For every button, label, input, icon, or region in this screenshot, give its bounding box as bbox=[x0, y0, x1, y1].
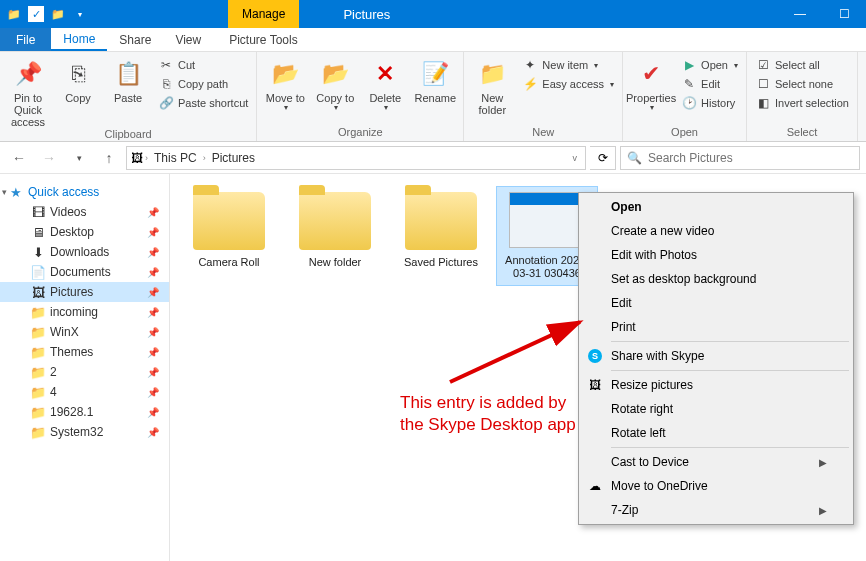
minimize-button[interactable]: — bbox=[778, 0, 822, 28]
select-all-icon: ☑ bbox=[755, 57, 771, 73]
share-tab[interactable]: Share bbox=[107, 28, 163, 51]
annotation-text: This entry is added by the Skype Desktop… bbox=[400, 392, 576, 436]
nav-item-desktop[interactable]: 🖥Desktop📌 bbox=[0, 222, 169, 242]
quick-access-header[interactable]: ▾ ★ Quick access bbox=[0, 182, 169, 202]
menu-item-rotate-left[interactable]: Rotate left bbox=[581, 421, 851, 445]
search-box[interactable]: 🔍 bbox=[620, 146, 860, 170]
folder-icon: 📁 bbox=[30, 404, 46, 420]
nav-item-themes[interactable]: 📁Themes📌 bbox=[0, 342, 169, 362]
file-tab[interactable]: File bbox=[0, 28, 51, 51]
nav-label: Documents bbox=[50, 265, 111, 279]
nav-item-incoming[interactable]: 📁incoming📌 bbox=[0, 302, 169, 322]
file-item[interactable]: Camera Roll bbox=[178, 186, 280, 286]
nav-item-system32[interactable]: 📁System32📌 bbox=[0, 422, 169, 442]
open-button[interactable]: ▶Open▾ bbox=[677, 56, 742, 74]
pin-icon: 📌 bbox=[147, 407, 159, 418]
nav-item-19628-1[interactable]: 📁19628.1📌 bbox=[0, 402, 169, 422]
nav-label: 4 bbox=[50, 385, 57, 399]
menu-item-move-to-onedrive[interactable]: ☁Move to OneDrive bbox=[581, 474, 851, 498]
folder-icon bbox=[193, 192, 265, 250]
pin-icon: 📌 bbox=[147, 247, 159, 258]
ribbon-group-select: ☑Select all ☐Select none ◧Invert selecti… bbox=[747, 52, 858, 141]
nav-label: WinX bbox=[50, 325, 79, 339]
edit-button[interactable]: ✎Edit bbox=[677, 75, 742, 93]
forward-button[interactable]: → bbox=[36, 145, 62, 171]
pin-quick-access-button[interactable]: 📌Pin to Quick access bbox=[4, 54, 52, 128]
menu-item-resize-pictures[interactable]: 🖼Resize pictures bbox=[581, 373, 851, 397]
copy-to-button[interactable]: 📂Copy to▾ bbox=[311, 54, 359, 113]
pin-icon: 📌 bbox=[147, 267, 159, 278]
cut-button[interactable]: ✂Cut bbox=[154, 56, 252, 74]
menu-label: Move to OneDrive bbox=[611, 479, 708, 493]
new-folder-icon: 📁 bbox=[476, 58, 508, 90]
refresh-button[interactable]: ⟳ bbox=[590, 146, 616, 170]
nav-item-videos[interactable]: 🎞Videos📌 bbox=[0, 202, 169, 222]
copy-path-button[interactable]: ⎘Copy path bbox=[154, 75, 252, 93]
nav-label: Pictures bbox=[50, 285, 93, 299]
nav-label: incoming bbox=[50, 305, 98, 319]
select-none-button[interactable]: ☐Select none bbox=[751, 75, 853, 93]
window-controls: — ☐ bbox=[778, 0, 866, 28]
new-item-button[interactable]: ✦New item▾ bbox=[518, 56, 618, 74]
select-all-button[interactable]: ☑Select all bbox=[751, 56, 853, 74]
search-input[interactable] bbox=[648, 151, 853, 165]
copy-button[interactable]: ⎘Copy bbox=[54, 54, 102, 104]
paste-button[interactable]: 📋Paste bbox=[104, 54, 152, 104]
back-button[interactable]: ← bbox=[6, 145, 32, 171]
menu-item-print[interactable]: Print bbox=[581, 315, 851, 339]
delete-button[interactable]: ✕Delete▾ bbox=[361, 54, 409, 113]
nav-item-pictures[interactable]: 🖼Pictures📌 bbox=[0, 282, 169, 302]
menu-item-open[interactable]: Open bbox=[581, 195, 851, 219]
search-icon: 🔍 bbox=[627, 151, 642, 165]
move-to-button[interactable]: 📂Move to▾ bbox=[261, 54, 309, 113]
view-tab[interactable]: View bbox=[163, 28, 213, 51]
navigation-pane: ▾ ★ Quick access 🎞Videos📌🖥Desktop📌⬇Downl… bbox=[0, 174, 170, 561]
nav-item-4[interactable]: 📁4📌 bbox=[0, 382, 169, 402]
qat-checkbox[interactable]: ✓ bbox=[28, 6, 44, 22]
menu-label: Share with Skype bbox=[611, 349, 704, 363]
invert-selection-button[interactable]: ◧Invert selection bbox=[751, 94, 853, 112]
menu-item-cast-to-device[interactable]: Cast to Device▶ bbox=[581, 450, 851, 474]
history-button[interactable]: 🕑History bbox=[677, 94, 742, 112]
menu-item-rotate-right[interactable]: Rotate right bbox=[581, 397, 851, 421]
menu-item-edit[interactable]: Edit bbox=[581, 291, 851, 315]
quick-access-toolbar: 📁 ✓ 📁 ▾ bbox=[0, 6, 88, 22]
address-dropdown-icon[interactable]: v bbox=[573, 153, 582, 163]
pin-icon: 📌 bbox=[147, 387, 159, 398]
paste-shortcut-button[interactable]: 🔗Paste shortcut bbox=[154, 94, 252, 112]
nav-label: System32 bbox=[50, 425, 103, 439]
recent-button[interactable]: ▾ bbox=[66, 145, 92, 171]
onedrive-icon: ☁ bbox=[587, 478, 603, 494]
picture-tools-tab[interactable]: Picture Tools bbox=[217, 28, 309, 51]
crumb-this-pc[interactable]: This PC bbox=[150, 151, 201, 165]
file-item[interactable]: New folder bbox=[284, 186, 386, 286]
qat-dropdown-icon[interactable]: ▾ bbox=[72, 6, 88, 22]
nav-item-winx[interactable]: 📁WinX📌 bbox=[0, 322, 169, 342]
home-tab[interactable]: Home bbox=[51, 28, 107, 51]
nav-item-downloads[interactable]: ⬇Downloads📌 bbox=[0, 242, 169, 262]
maximize-button[interactable]: ☐ bbox=[822, 0, 866, 28]
window-title: Pictures bbox=[343, 7, 390, 22]
rename-button[interactable]: 📝Rename bbox=[411, 54, 459, 104]
nav-item-documents[interactable]: 📄Documents📌 bbox=[0, 262, 169, 282]
menu-item-7-zip[interactable]: 7-Zip▶ bbox=[581, 498, 851, 522]
folder-icon: 📁 bbox=[30, 364, 46, 380]
up-button[interactable]: ↑ bbox=[96, 145, 122, 171]
menu-item-set-as-desktop-background[interactable]: Set as desktop background bbox=[581, 267, 851, 291]
breadcrumb[interactable]: 🖼 › This PC › Pictures v bbox=[126, 146, 586, 170]
file-item[interactable]: Saved Pictures bbox=[390, 186, 492, 286]
new-folder-button[interactable]: 📁New folder bbox=[468, 54, 516, 116]
nav-label: Videos bbox=[50, 205, 86, 219]
menu-label: Edit with Photos bbox=[611, 248, 697, 262]
menu-item-edit-with-photos[interactable]: Edit with Photos bbox=[581, 243, 851, 267]
rename-icon: 📝 bbox=[419, 58, 451, 90]
nav-item-2[interactable]: 📁2📌 bbox=[0, 362, 169, 382]
menu-item-create-a-new-video[interactable]: Create a new video bbox=[581, 219, 851, 243]
menu-label: Cast to Device bbox=[611, 455, 689, 469]
crumb-pictures[interactable]: Pictures bbox=[208, 151, 259, 165]
pictures-icon: 🖼 bbox=[131, 151, 143, 165]
properties-button[interactable]: ✔Properties▾ bbox=[627, 54, 675, 113]
menu-item-share-with-skype[interactable]: SShare with Skype bbox=[581, 344, 851, 368]
menu-label: Rotate left bbox=[611, 426, 666, 440]
easy-access-button[interactable]: ⚡Easy access▾ bbox=[518, 75, 618, 93]
